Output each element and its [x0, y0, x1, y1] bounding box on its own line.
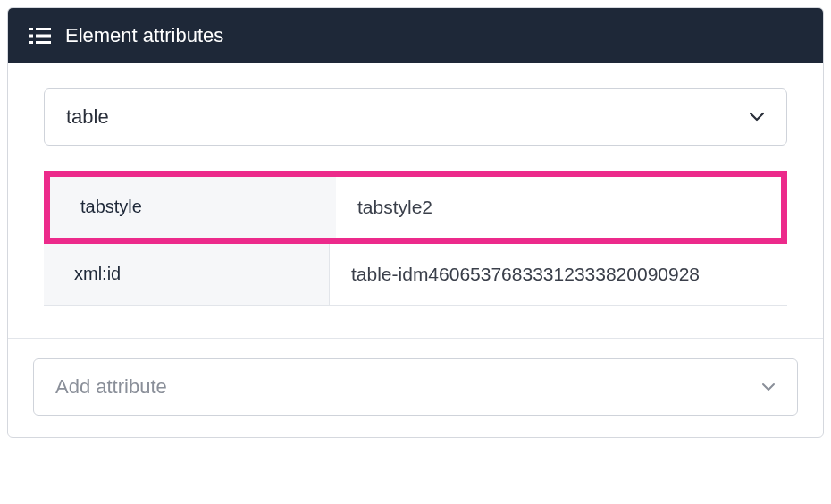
svg-rect-5: [36, 41, 51, 44]
element-attributes-panel: Element attributes table tabstyle tabsty…: [7, 7, 824, 438]
attribute-value: tabstyle2: [336, 177, 781, 238]
add-attribute-select[interactable]: Add attribute: [33, 358, 798, 416]
element-select[interactable]: table: [44, 88, 787, 146]
attribute-key: tabstyle: [50, 177, 336, 238]
chevron-down-icon: [761, 379, 776, 395]
attribute-row[interactable]: tabstyle tabstyle2: [44, 171, 787, 244]
svg-rect-4: [29, 41, 33, 44]
chevron-down-icon: [749, 112, 765, 122]
panel-footer: Add attribute: [8, 338, 823, 437]
attribute-row[interactable]: xml:id table-idm460653768333123338200909…: [44, 244, 787, 306]
add-attribute-placeholder: Add attribute: [55, 375, 167, 399]
attributes-table: tabstyle tabstyle2 xml:id table-idm46065…: [44, 171, 787, 306]
element-select-value: table: [66, 105, 109, 129]
list-icon: [29, 27, 51, 45]
svg-rect-1: [36, 28, 51, 30]
panel-body: table tabstyle tabstyle2 xml:id table-id…: [8, 63, 823, 306]
attribute-value: table-idm46065376833312333820090928: [330, 244, 787, 305]
svg-rect-3: [36, 35, 51, 38]
panel-title: Element attributes: [65, 24, 223, 47]
svg-rect-0: [29, 28, 33, 30]
attribute-key: xml:id: [44, 244, 330, 305]
panel-header: Element attributes: [8, 8, 823, 63]
svg-rect-2: [29, 35, 33, 38]
